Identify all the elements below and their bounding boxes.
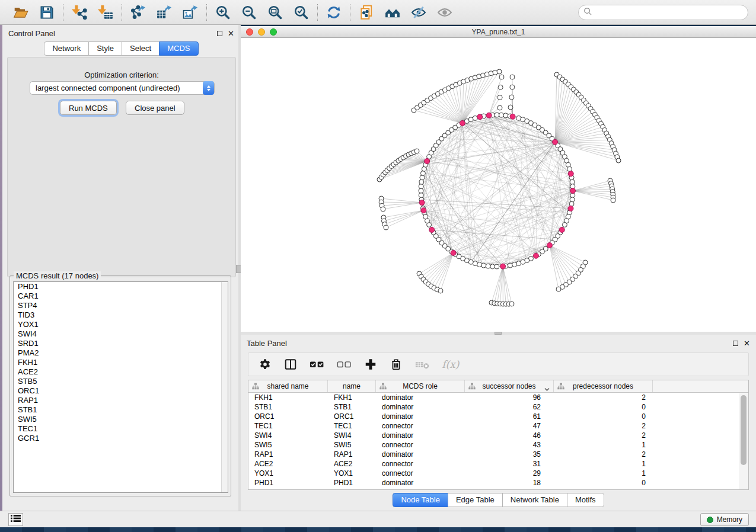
- table-cell[interactable]: ORC1: [248, 412, 328, 421]
- zoom-selected-icon[interactable]: [293, 4, 310, 21]
- table-cell[interactable]: 47: [465, 422, 554, 430]
- mcds-result-item[interactable]: TEC1: [14, 424, 228, 434]
- table-row[interactable]: TEC1TEC1connector472: [248, 421, 748, 431]
- table-cell[interactable]: TEC1: [248, 422, 328, 430]
- tab-network-table[interactable]: Network Table: [502, 493, 567, 507]
- table-cell[interactable]: TEC1: [328, 422, 376, 430]
- column-header-MCDS-role[interactable]: MCDS role: [376, 380, 465, 392]
- table-cell[interactable]: 31: [465, 460, 554, 468]
- tab-mcds[interactable]: MCDS: [159, 41, 198, 56]
- delete-column-icon[interactable]: [390, 357, 403, 372]
- save-session-icon[interactable]: [39, 4, 55, 21]
- network-graph[interactable]: [241, 38, 756, 332]
- mcds-list-scrollbar[interactable]: [221, 282, 228, 492]
- mcds-result-item[interactable]: RAP1: [14, 396, 228, 405]
- table-cell[interactable]: 18: [465, 479, 554, 487]
- table-row[interactable]: FKH1FKH1dominator962: [248, 393, 748, 402]
- mcds-result-list[interactable]: PHD1CAR1STP4TID3YOX1SWI4SRD1PMA2FKH1ACE2…: [13, 281, 228, 493]
- table-cell[interactable]: dominator: [376, 412, 465, 421]
- table-cell[interactable]: FKH1: [328, 393, 376, 402]
- table-cell[interactable]: SWI4: [328, 431, 376, 440]
- float-panel-icon[interactable]: [217, 31, 222, 36]
- export-image-icon[interactable]: [182, 4, 199, 21]
- table-cell[interactable]: STB1: [328, 403, 376, 411]
- mcds-result-item[interactable]: FKH1: [14, 358, 228, 367]
- mcds-result-item[interactable]: SWI5: [14, 415, 228, 424]
- mcds-result-item[interactable]: ACE2: [14, 367, 228, 377]
- search-field[interactable]: [578, 5, 748, 20]
- open-file-icon[interactable]: [12, 4, 29, 21]
- mcds-result-item[interactable]: YOX1: [14, 320, 228, 329]
- search-input[interactable]: [592, 7, 748, 18]
- table-cell[interactable]: 2: [554, 431, 653, 440]
- mcds-result-item[interactable]: CAR1: [14, 291, 228, 301]
- export-table-icon[interactable]: [156, 4, 173, 21]
- import-network-icon[interactable]: [71, 4, 88, 21]
- mcds-result-item[interactable]: SRD1: [14, 339, 228, 348]
- tab-network[interactable]: Network: [44, 41, 89, 56]
- import-table-icon[interactable]: [97, 4, 114, 21]
- table-cell[interactable]: connector: [376, 469, 465, 477]
- table-cell[interactable]: 46: [465, 431, 554, 440]
- mcds-result-item[interactable]: GCR1: [14, 434, 228, 443]
- table-cell[interactable]: 96: [465, 393, 554, 402]
- table-cell[interactable]: PHD1: [328, 479, 376, 487]
- table-cell[interactable]: SWI4: [248, 431, 328, 440]
- table-cell[interactable]: RAP1: [248, 450, 328, 459]
- table-cell[interactable]: 62: [465, 403, 554, 411]
- close-panel-icon[interactable]: ✕: [744, 339, 750, 347]
- table-scrollbar[interactable]: [739, 393, 748, 489]
- table-cell[interactable]: SWI5: [328, 441, 376, 449]
- table-cell[interactable]: dominator: [376, 431, 465, 440]
- mcds-result-item[interactable]: TID3: [14, 310, 228, 320]
- table-cell[interactable]: 2: [554, 393, 653, 402]
- mcds-result-item[interactable]: STB1: [14, 405, 228, 415]
- column-header-predecessor-nodes[interactable]: predecessor nodes: [554, 380, 653, 392]
- add-column-icon[interactable]: [364, 357, 377, 372]
- run-mcds-button[interactable]: Run MCDS: [60, 101, 117, 115]
- gear-icon[interactable]: [259, 357, 272, 372]
- first-neighbors-icon[interactable]: [384, 4, 401, 21]
- mcds-result-item[interactable]: PHD1: [14, 282, 228, 291]
- export-network-icon[interactable]: [130, 4, 146, 21]
- table-cell[interactable]: FKH1: [248, 393, 328, 402]
- tab-motifs[interactable]: Motifs: [567, 493, 604, 507]
- table-cell[interactable]: YOX1: [328, 469, 376, 477]
- table-body[interactable]: FKH1FKH1dominator962STB1STB1dominator620…: [248, 393, 748, 488]
- show-all-icon[interactable]: [436, 4, 453, 21]
- zoom-in-icon[interactable]: [215, 4, 231, 21]
- table-cell[interactable]: ACE2: [328, 460, 376, 468]
- close-panel-button[interactable]: Close panel: [126, 101, 184, 115]
- tab-node-table[interactable]: Node Table: [393, 493, 448, 507]
- table-row[interactable]: PHD1PHD1dominator180: [248, 478, 748, 488]
- table-cell[interactable]: 1: [554, 469, 653, 477]
- column-header-name[interactable]: name: [328, 380, 376, 392]
- table-cell[interactable]: dominator: [376, 403, 465, 411]
- column-header-successor-nodes[interactable]: successor nodes: [465, 380, 554, 392]
- table-row[interactable]: ORC1ORC1dominator610: [248, 412, 748, 421]
- table-cell[interactable]: 29: [465, 469, 554, 477]
- table-cell[interactable]: ORC1: [328, 412, 376, 421]
- mcds-result-item[interactable]: STB5: [14, 377, 228, 386]
- table-cell[interactable]: STB1: [248, 403, 328, 411]
- table-cell[interactable]: connector: [376, 460, 465, 468]
- zoom-out-icon[interactable]: [241, 4, 257, 21]
- function-builder-icon[interactable]: f(x): [442, 357, 459, 372]
- table-row[interactable]: ACE2ACE2connector311: [248, 459, 748, 469]
- table-cell[interactable]: 0: [554, 412, 653, 421]
- mcds-result-item[interactable]: ORC1: [14, 386, 228, 396]
- node-table[interactable]: shared namenameMCDS rolesuccessor nodesp…: [248, 380, 749, 490]
- task-history-button[interactable]: [8, 513, 23, 526]
- tab-select[interactable]: Select: [122, 41, 160, 56]
- table-row[interactable]: STB1STB1dominator620: [248, 402, 748, 412]
- table-cell[interactable]: SWI5: [248, 441, 328, 449]
- deselect-all-checkboxes-icon[interactable]: [337, 357, 352, 372]
- network-view-canvas[interactable]: [241, 38, 756, 332]
- table-cell[interactable]: 1: [554, 460, 653, 468]
- table-row[interactable]: YOX1YOX1connector291: [248, 469, 748, 478]
- table-row[interactable]: RAP1RAP1dominator352: [248, 450, 748, 459]
- memory-button[interactable]: Memory: [700, 513, 749, 526]
- column-header-shared-name[interactable]: shared name: [248, 380, 328, 392]
- table-cell[interactable]: connector: [376, 441, 465, 449]
- table-cell[interactable]: 0: [554, 479, 653, 487]
